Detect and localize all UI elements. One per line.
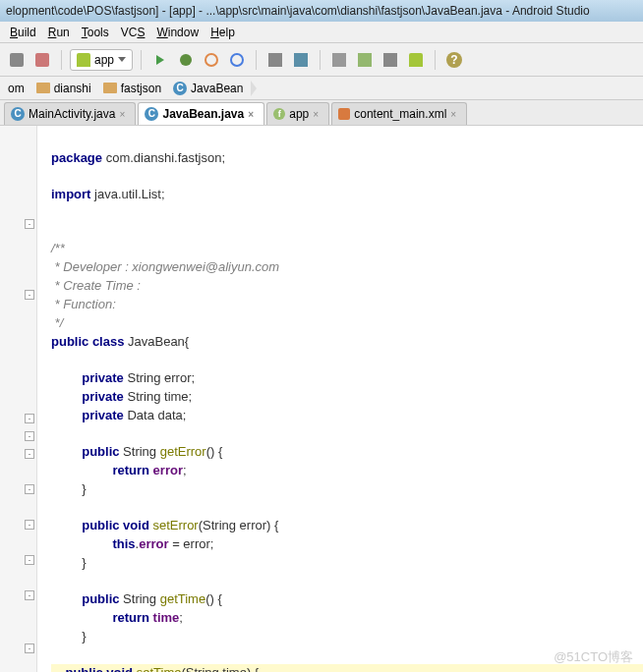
close-icon[interactable]: × xyxy=(248,109,258,119)
tab-mainactivity[interactable]: C MainActivity.java × xyxy=(4,102,136,125)
code-field: error xyxy=(139,536,168,551)
file-icon: f xyxy=(273,108,285,120)
android-icon xyxy=(77,53,90,67)
code-text: } xyxy=(82,481,86,496)
fold-marker[interactable]: - xyxy=(25,590,34,600)
tool-icon-4[interactable] xyxy=(226,49,248,71)
tab-app[interactable]: f app × xyxy=(266,102,329,125)
code-comment: * Create Time : xyxy=(51,278,141,293)
close-icon[interactable]: × xyxy=(450,109,460,119)
breadcrumb-item-dianshi[interactable]: dianshi xyxy=(32,78,99,99)
fold-marker[interactable]: - xyxy=(25,449,34,459)
tool-icon-2[interactable] xyxy=(31,49,53,71)
code-text: () { xyxy=(206,444,223,459)
tool-icon-6[interactable] xyxy=(290,49,312,71)
debug-button[interactable] xyxy=(175,49,197,71)
code-text: java.util.List; xyxy=(90,187,164,201)
toolbar-separator xyxy=(141,50,142,70)
menu-build[interactable]: BBuilduild xyxy=(4,24,42,41)
code-field: error xyxy=(149,463,183,477)
breadcrumb-item-fastjson[interactable]: fastjson xyxy=(99,78,169,99)
xml-icon xyxy=(338,108,350,120)
bug-icon xyxy=(180,54,192,66)
run-button[interactable] xyxy=(149,49,171,71)
code-keyword: private xyxy=(82,408,124,422)
close-icon[interactable]: × xyxy=(313,109,322,119)
fold-marker[interactable]: - xyxy=(25,431,34,441)
folder-icon xyxy=(36,83,50,93)
module-selector[interactable]: app xyxy=(70,49,133,71)
code-text: String time; xyxy=(124,389,192,404)
tool-icon-8[interactable] xyxy=(354,49,376,71)
tool-icon-3[interactable] xyxy=(201,49,222,71)
code-text: = error; xyxy=(169,536,214,551)
code-keyword: public void xyxy=(65,665,133,672)
code-text: } xyxy=(82,629,86,644)
code-text: com.dianshi.fastjson; xyxy=(102,150,225,165)
menu-tools[interactable]: Tools xyxy=(76,24,115,41)
module-label: app xyxy=(94,53,114,67)
code-keyword: public void xyxy=(82,518,149,532)
menu-vcs[interactable]: VCS xyxy=(115,24,151,41)
tool-icon-5[interactable] xyxy=(264,49,286,71)
code-editor[interactable]: package com.dianshi.fastjson; import jav… xyxy=(37,126,643,672)
tool-icon-10[interactable] xyxy=(405,49,427,71)
toolbar-separator xyxy=(320,50,321,70)
menu-run[interactable]: Run xyxy=(42,24,76,41)
tool-icon-9[interactable] xyxy=(380,49,401,71)
breadcrumb-item-javabean[interactable]: CJavaBean xyxy=(169,78,251,99)
close-icon[interactable]: × xyxy=(119,109,129,119)
code-keyword: private xyxy=(82,389,124,404)
code-comment: * Developer : xiongwenwei@aliyun.com xyxy=(51,259,279,274)
code-comment: */ xyxy=(51,315,63,330)
code-method: setError xyxy=(152,518,198,532)
fold-marker[interactable]: - xyxy=(25,414,34,423)
toolbar-separator xyxy=(256,50,257,70)
help-icon: ? xyxy=(446,52,462,68)
tab-contentmain[interactable]: content_main.xml × xyxy=(331,102,467,125)
tab-javabean[interactable]: C JavaBean.java × xyxy=(138,102,264,125)
menu-help[interactable]: Help xyxy=(205,24,241,41)
window-title: elopment\code\POS\fastjson] - [app] - ..… xyxy=(6,4,590,18)
main-toolbar: app ? xyxy=(0,43,643,77)
class-icon: C xyxy=(173,82,187,95)
code-text: (String time) { xyxy=(181,665,259,672)
tool-icon-1[interactable] xyxy=(6,49,28,71)
editor-area: - - - - - - - - - - package com.dianshi.… xyxy=(0,126,643,672)
code-comment: /** xyxy=(51,241,65,255)
fold-marker[interactable]: - xyxy=(25,219,34,229)
code-keyword: package xyxy=(51,150,102,165)
code-text: () { xyxy=(205,591,222,606)
code-text: ; xyxy=(183,463,187,477)
code-field: time xyxy=(149,610,179,625)
play-icon xyxy=(156,55,164,65)
code-text: String xyxy=(120,444,160,459)
class-icon: C xyxy=(145,107,158,121)
editor-tabs: C MainActivity.java × C JavaBean.java × … xyxy=(0,100,643,126)
tool-icon-7[interactable] xyxy=(328,49,350,71)
folder-icon xyxy=(103,83,117,93)
code-keyword: this xyxy=(112,536,135,551)
watermark: @51CTO博客 xyxy=(554,648,633,666)
class-icon: C xyxy=(11,107,25,121)
fold-marker[interactable]: - xyxy=(25,290,34,300)
menu-window[interactable]: Window xyxy=(150,24,205,41)
help-button[interactable]: ? xyxy=(443,49,465,71)
code-text: JavaBean{ xyxy=(124,334,189,349)
code-keyword: public class xyxy=(51,334,124,349)
fold-marker[interactable]: - xyxy=(25,555,34,565)
window-title-bar: elopment\code\POS\fastjson] - [app] - ..… xyxy=(0,0,643,22)
breadcrumb: om dianshi fastjson CJavaBean xyxy=(0,77,643,100)
code-text: String xyxy=(120,591,160,606)
editor-gutter[interactable]: - - - - - - - - - - xyxy=(0,126,37,672)
breadcrumb-item-om[interactable]: om xyxy=(4,78,32,99)
fold-marker[interactable]: - xyxy=(25,520,34,530)
code-text: } xyxy=(82,555,86,570)
fold-marker[interactable]: - xyxy=(25,644,34,653)
fold-marker[interactable]: - xyxy=(25,484,34,494)
android-icon xyxy=(409,53,423,67)
tab-label: app xyxy=(289,107,309,121)
tab-label: MainActivity.java xyxy=(29,107,115,121)
menu-bar: BBuilduild Run Tools VCS Window Help xyxy=(0,22,643,43)
toolbar-separator xyxy=(61,50,62,70)
